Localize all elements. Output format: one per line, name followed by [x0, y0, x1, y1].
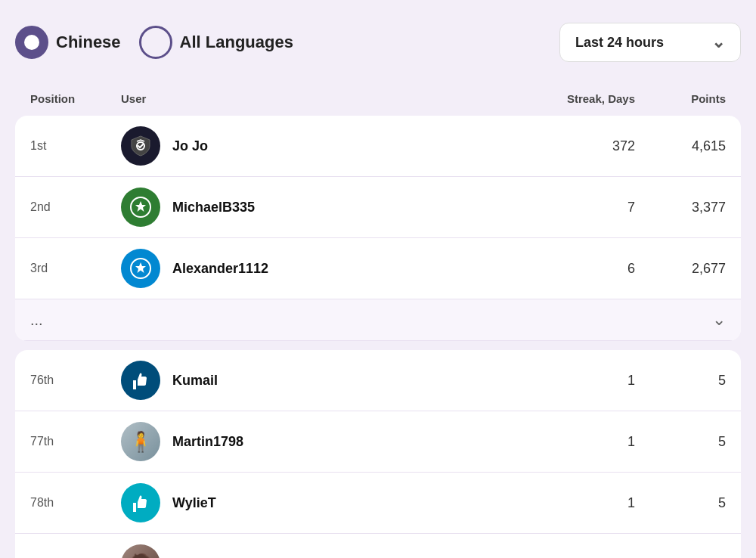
user-wylie: WylieT [121, 483, 514, 522]
svg-marker-4 [135, 262, 146, 273]
position-78th: 78th [30, 496, 121, 510]
section-gap [15, 341, 741, 350]
chinese-radio[interactable] [15, 26, 48, 59]
time-dropdown[interactable]: Last 24 hours ⌄ [559, 23, 741, 62]
avatar-alexander [121, 249, 160, 288]
table-header: Position User Streak, Days Points [15, 85, 741, 113]
username-michael: MichaelB335 [172, 200, 255, 215]
table-row: 76th Kumail 1 5 [15, 350, 741, 411]
language-filters: Chinese All Languages [15, 26, 293, 59]
table-row: 3rd Alexander1112 6 2,677 [15, 238, 741, 299]
points-kumail: 5 [635, 373, 726, 389]
points-alexander: 2,677 [635, 261, 726, 277]
position-3rd: 3rd [30, 262, 121, 275]
table-row: 77th 🧍 Martin1798 1 5 [15, 411, 741, 473]
col-header-streak: Streak, Days [514, 92, 635, 105]
user-donovan: 🧔 Donovan-N [121, 544, 514, 558]
svg-marker-2 [135, 201, 146, 212]
streak-wylie: 1 [514, 495, 635, 511]
points-michael: 3,377 [635, 200, 726, 215]
user-martin: 🧍 Martin1798 [121, 422, 514, 461]
position-1st: 1st [30, 139, 121, 153]
username-alexander: Alexander1112 [172, 261, 268, 277]
points-martin: 5 [635, 434, 726, 450]
user-jojo: Jo Jo [121, 126, 514, 166]
table-row: 78th WylieT 1 5 [15, 473, 741, 534]
avatar-martin: 🧍 [121, 422, 160, 461]
streak-jojo: 372 [514, 138, 635, 154]
shield-icon [129, 134, 153, 158]
points-jojo: 4,615 [635, 138, 726, 154]
user-alexander: Alexander1112 [121, 249, 514, 288]
avatar-michael [121, 188, 160, 227]
top-leaderboard-table: 1st Jo Jo 372 4,615 2nd [15, 116, 741, 341]
avatar-kumail [121, 361, 160, 400]
points-wylie: 5 [635, 495, 726, 511]
time-dropdown-label: Last 24 hours [575, 35, 664, 51]
thumbsup-icon-wylie [130, 492, 151, 513]
leaderboard-container: Chinese All Languages Last 24 hours ⌄ Po… [15, 15, 741, 558]
username-kumail: Kumail [172, 373, 218, 389]
username-martin: Martin1798 [172, 434, 243, 450]
chinese-filter[interactable]: Chinese [15, 26, 121, 59]
user-michael: MichaelB335 [121, 188, 514, 227]
table-row: 1st Jo Jo 372 4,615 [15, 116, 741, 177]
user-kumail: Kumail [121, 361, 514, 400]
ellipsis-row[interactable]: ... ⌄ [15, 299, 741, 341]
col-header-position: Position [30, 92, 121, 105]
col-header-user: User [121, 92, 514, 105]
ellipsis-text: ... [30, 312, 43, 329]
streak-martin: 1 [514, 434, 635, 450]
star-circle-icon-blue [129, 257, 152, 280]
chinese-label: Chinese [56, 33, 121, 52]
all-languages-label: All Languages [180, 33, 293, 52]
user-leaderboard-table: 76th Kumail 1 5 77th 🧍 Martin1798 [15, 350, 741, 558]
position-76th: 76th [30, 374, 121, 387]
table-row: 2nd MichaelB335 7 3,377 [15, 177, 741, 238]
position-2nd: 2nd [30, 200, 121, 214]
chevron-down-icon: ⌄ [711, 33, 725, 52]
all-languages-radio[interactable] [139, 26, 172, 59]
star-circle-icon [129, 196, 152, 219]
position-77th: 77th [30, 435, 121, 448]
username-jojo: Jo Jo [172, 138, 208, 154]
avatar-jojo [121, 126, 160, 166]
streak-kumail: 1 [514, 373, 635, 389]
filter-row: Chinese All Languages Last 24 hours ⌄ [15, 15, 741, 70]
thumbsup-icon [130, 370, 151, 391]
col-header-points: Points [635, 92, 726, 105]
streak-michael: 7 [514, 200, 635, 215]
chevron-down-icon[interactable]: ⌄ [712, 310, 726, 330]
avatar-donovan: 🧔 [121, 544, 160, 558]
streak-alexander: 6 [514, 261, 635, 277]
avatar-wylie [121, 483, 160, 522]
all-languages-filter[interactable]: All Languages [139, 26, 293, 59]
username-wylie: WylieT [172, 495, 216, 511]
table-row: 79th 🧔 Donovan-N 1 2 [15, 534, 741, 558]
